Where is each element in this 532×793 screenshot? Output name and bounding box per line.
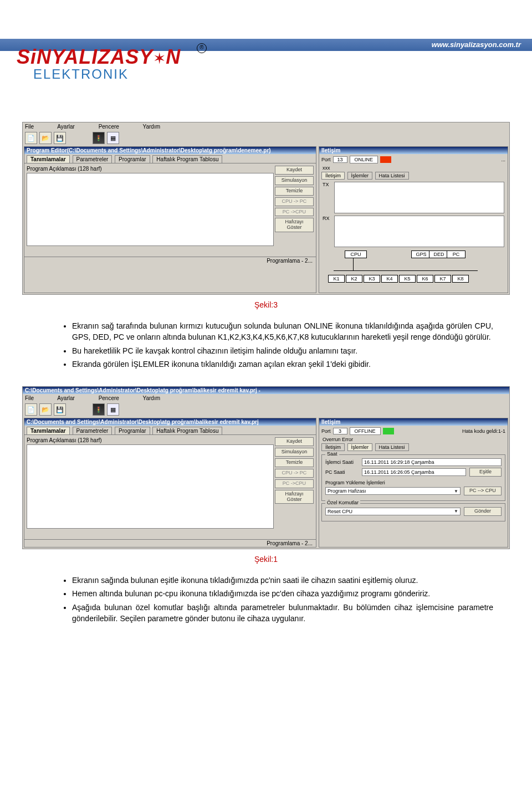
program-hafizasi-dropdown[interactable]: Program Hafizası ▼	[325, 487, 461, 495]
temizle2-button[interactable]: Temizle	[275, 458, 314, 467]
rx-label: RX	[323, 216, 331, 221]
menu-yardim[interactable]: Yardım	[143, 124, 161, 130]
toolbar-traffic-icon[interactable]: 🚦	[93, 132, 105, 144]
toolbar-grid-icon[interactable]: ▦	[107, 132, 119, 144]
brand-name-main: SiNYALIZASY	[17, 45, 153, 68]
toolbar2-open-icon[interactable]: 📂	[39, 403, 52, 416]
left-pane-1: Program Editor(C:\Documents and Settings…	[24, 146, 316, 293]
islemci-saati-label: İşlemci Saati	[325, 459, 359, 465]
port-input[interactable]: 13	[333, 156, 347, 163]
simulasyon-button[interactable]: Simulasyon	[275, 176, 314, 185]
pathbar-2: C:\Documents and Settings\Administrator\…	[24, 418, 316, 426]
simulasyon2-button[interactable]: Simulasyon	[275, 448, 314, 457]
brand-star-icon: ✶	[153, 51, 166, 66]
overrun-label: Overrun Error	[319, 437, 508, 442]
offline-button[interactable]: OFFLINE	[350, 427, 381, 435]
trademark-icon: ®	[197, 43, 207, 53]
subtab2-hata[interactable]: Hata Listesi	[375, 443, 409, 451]
pc-cpu-button[interactable]: PC ->CPU	[275, 208, 314, 217]
brand-header: SiNYALIZASY✶N ELEKTRONIK ® www.sinyaliza…	[0, 39, 532, 94]
online-button[interactable]: ONLINE	[350, 156, 378, 163]
menu2-ayarlar[interactable]: Ayarlar	[57, 395, 75, 401]
toolbar-save-icon[interactable]: 💾	[54, 132, 66, 144]
tab2-tanimlamalar[interactable]: Tanımlamalar	[27, 427, 70, 434]
pc-cpu-send-button[interactable]: PC --> CPU	[464, 487, 502, 495]
bullet-2-2: Hemen altında bulunan pc-cpu ikonuna tık…	[72, 588, 493, 599]
pc-cpu2-button[interactable]: PC ->CPU	[275, 479, 314, 488]
desc-textarea-2[interactable]	[27, 444, 274, 529]
menubar-2: File Ayarlar Pencere Yardım	[23, 394, 509, 402]
desc-textarea[interactable]	[27, 173, 274, 246]
brand-name-tail: N	[166, 45, 181, 68]
hafiza-goster2-button[interactable]: Hafızayı Göster	[275, 490, 314, 504]
toolbar2-traffic-icon[interactable]: 🚦	[93, 403, 105, 416]
subtab2-iletisim[interactable]: İletişim	[321, 443, 345, 451]
caption-1: Şekil:3	[0, 300, 532, 309]
reset-cpu-value: Reset CPU	[328, 509, 352, 514]
bullet-2-1: Ekranın sağında bulunan eşitle ikonuna t…	[72, 575, 493, 586]
gonder-button[interactable]: Gönder	[464, 507, 502, 516]
left-pane-2: C:\Documents and Settings\Administrator\…	[24, 418, 316, 548]
toolbar-open-icon[interactable]: 📂	[39, 132, 52, 144]
diag-pc: PC	[447, 250, 466, 258]
menu-file[interactable]: File	[25, 124, 34, 130]
esitle-button[interactable]: Eşitle	[469, 468, 502, 477]
subtab2-islemler[interactable]: İşlemler	[347, 443, 373, 451]
menu2-yardim[interactable]: Yardım	[143, 395, 161, 401]
tab-tanimlamalar[interactable]: Tanımlamalar	[27, 155, 70, 163]
brand-subname: ELEKTRONIK	[33, 66, 181, 82]
tab2-programlar[interactable]: Programlar	[115, 427, 150, 434]
desc-label: Program Açıklaması (128 harf)	[27, 166, 273, 172]
iletisim-subtabs-2: İletişim İşlemler Hata Listesi	[319, 442, 508, 452]
ozel-komutlar-label: Özel Komutlar	[325, 500, 360, 505]
subtab-hata[interactable]: Hata Listesi	[375, 172, 409, 180]
toolbar2-grid-icon[interactable]: ▦	[107, 403, 119, 416]
menu-ayarlar[interactable]: Ayarlar	[57, 124, 75, 130]
desc-label-2: Program Açıklaması (128 harf)	[27, 437, 273, 443]
menu2-pencere[interactable]: Pencere	[99, 395, 119, 401]
tab-haftalik[interactable]: Haftalık Program Tablosu	[152, 155, 222, 163]
iletisim-subtabs: İletişim İşlemler Hata Listesi	[319, 171, 508, 181]
menu2-file[interactable]: File	[25, 395, 34, 401]
temizle-button[interactable]: Temizle	[275, 187, 314, 196]
cpu-pc-button[interactable]: CPU -> PC	[275, 197, 314, 206]
diag-ded: DED	[429, 250, 449, 258]
reset-cpu-dropdown[interactable]: Reset CPU ▼	[325, 508, 461, 515]
diagram: CPU GPS DED PC K1 K2 K3 K4 K5 K6 K7 K8	[323, 250, 504, 289]
diag-k7: K7	[434, 275, 451, 283]
saat-group-label: Saat	[325, 451, 339, 457]
diag-k1: K1	[328, 275, 345, 283]
saat-group: Saat İşlemci Saati 16.11.2011 16:29:18 Ç…	[321, 454, 505, 501]
caption-2: Şekil:1	[0, 555, 532, 564]
editor-title: Program Editor(C:\Documents and Settings…	[24, 147, 316, 154]
tx-box	[334, 182, 504, 213]
toolbar2-new-icon[interactable]: 📄	[25, 403, 37, 416]
toolbar2-save-icon[interactable]: 💾	[54, 403, 66, 416]
kaydet-button[interactable]: Kaydet	[275, 166, 314, 175]
editor-tabs: Tanımlamalar Parametreler Programlar Haf…	[24, 154, 316, 163]
menu-pencere[interactable]: Pencere	[99, 124, 119, 130]
toolbar-2: 📄 📂 💾 🚦 ▦	[23, 402, 509, 417]
tab-parametreler[interactable]: Parametreler	[73, 155, 112, 163]
toolbar-new-icon[interactable]: 📄	[25, 132, 37, 144]
tab2-haftalik[interactable]: Haftalık Program Tablosu	[152, 427, 222, 434]
kaydet2-button[interactable]: Kaydet	[275, 437, 314, 446]
tab-programlar[interactable]: Programlar	[115, 155, 150, 163]
menubar-1: File Ayarlar Pencere Yardım	[23, 122, 509, 131]
pc-saati-label: PC Saati	[325, 469, 359, 475]
statusbar-left-2: Programlama - 2...	[24, 539, 316, 547]
cpu-pc2-button[interactable]: CPU -> PC	[275, 469, 314, 478]
diag-k8: K8	[452, 275, 469, 283]
tab2-parametreler[interactable]: Parametreler	[73, 427, 112, 434]
program-hafizasi-value: Program Hafizası	[328, 488, 366, 494]
bullets-2: Ekranın sağında bulunan eşitle ikonuna t…	[50, 575, 493, 624]
status-green-indicator	[383, 428, 394, 434]
hafiza-goster-button[interactable]: Hafızayı Göster	[275, 218, 314, 232]
ozel-komutlar-group: Özel Komutlar Reset CPU ▼ Gönder	[321, 503, 505, 521]
port-input-2[interactable]: 3	[333, 428, 347, 434]
diag-cpu: CPU	[345, 250, 367, 258]
iletisim-title-2: Iletişim	[319, 418, 508, 426]
subtab-islemler[interactable]: İşlemler	[347, 172, 373, 180]
subtab-iletisim[interactable]: İletişim	[321, 172, 345, 180]
rx-box	[334, 216, 504, 247]
